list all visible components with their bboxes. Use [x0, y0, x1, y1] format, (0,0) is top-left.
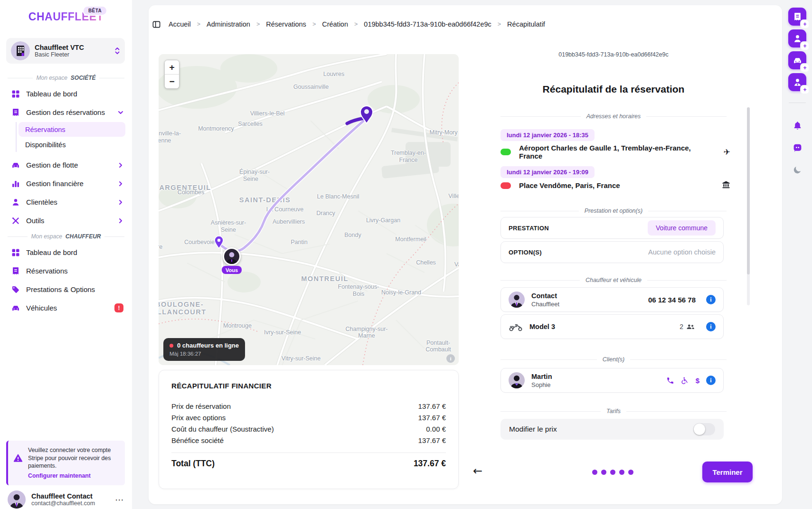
financial-total-label: Total (TTC): [171, 459, 215, 469]
map[interactable]: LouvresGoussainvilleVilliers-le-BelSarce…: [159, 54, 459, 365]
breadcrumb-item[interactable]: Accueil: [169, 20, 191, 28]
map-label: Villiers-le-Bel: [250, 110, 285, 117]
map-label: BOULOGNE-: [159, 301, 204, 308]
org-selector[interactable]: Chauffleet VTC Basic Fleeter: [6, 38, 125, 64]
map-label: Épinay-sur-: [239, 169, 270, 175]
dropoff-address: Place Vendôme, Paris, France: [519, 181, 714, 189]
chat-icon[interactable]: [790, 143, 804, 153]
map-attribution-icon[interactable]: i: [446, 354, 455, 363]
sidebar-item-prestations-options[interactable]: Prestations & Options: [0, 280, 132, 299]
sidebar-item-tableau-de-bord[interactable]: Tableau de bord: [0, 85, 132, 103]
financial-total-value: 137.67 €: [414, 459, 446, 469]
breadcrumb-item[interactable]: 019bb345-fdd3-713a-910b-ea0d66f42e9c: [364, 20, 491, 28]
map-tiles: [159, 54, 459, 365]
quick-add-vehicle-button[interactable]: +: [788, 51, 806, 69]
client-info-icon[interactable]: i: [706, 376, 716, 385]
finish-button[interactable]: Terminer: [702, 462, 753, 482]
divider-line: [99, 78, 124, 78]
call-client-icon[interactable]: [666, 377, 674, 385]
section-tarifs: Tarifs: [500, 408, 727, 415]
dark-mode-moon-icon[interactable]: [790, 165, 804, 175]
sidebar-item-tableau-de-bord[interactable]: Tableau de bord: [0, 243, 132, 262]
map-label: Champigny-sur-: [346, 326, 388, 332]
chevron-updown-icon: [114, 47, 120, 55]
section-prefix: Mon espace: [31, 233, 62, 240]
client-card: Martin Sophie $ i: [500, 368, 724, 393]
recap-scrollbar[interactable]: [747, 107, 750, 305]
ticket-icon: [11, 108, 20, 117]
sidebar-subitem-disponibilites[interactable]: Disponibilités: [19, 137, 125, 152]
you-marker-label: Vous: [222, 266, 242, 274]
section-label: CHAUFFEUR: [66, 233, 101, 240]
step-dot[interactable]: [610, 470, 615, 475]
prestation-value-chip[interactable]: Voiture commune: [648, 220, 716, 236]
map-label: Vaires: [454, 261, 459, 268]
quick-add-reservation-button[interactable]: +: [788, 8, 806, 26]
step-dot[interactable]: [592, 470, 597, 475]
breadcrumb-item[interactable]: Administration: [207, 20, 250, 28]
divider-line: [8, 78, 33, 78]
sidebar-item-vehicules[interactable]: Véhicules!: [0, 299, 132, 317]
map-label: Villeparisis: [448, 193, 459, 199]
breadcrumb-separator-icon: >: [354, 21, 358, 28]
quick-add-chauffeur-button[interactable]: +: [788, 29, 806, 47]
map-label: Montfermeil: [395, 236, 426, 243]
dashboard-icon: [11, 90, 20, 98]
zoom-out-button[interactable]: −: [165, 75, 179, 88]
map-label: Mitry-Mory: [429, 129, 457, 136]
map-label: Vitry-sur-Seine: [282, 355, 321, 362]
back-button[interactable]: ←: [473, 464, 482, 478]
chauffeur-info-icon[interactable]: i: [706, 295, 716, 304]
breadcrumb-item[interactable]: Récapitulatif: [507, 20, 545, 28]
step-dot[interactable]: [619, 470, 624, 475]
vehicle-name: Model 3: [529, 323, 555, 330]
sidebar-subitem-reservations[interactable]: Réservations: [19, 122, 125, 137]
map-label: Seine: [243, 176, 258, 182]
car-icon: [793, 56, 802, 65]
chevron-right-icon: [118, 199, 123, 205]
chart-icon: [11, 179, 20, 188]
breadcrumb-separator-icon: >: [197, 21, 200, 28]
sidebar-item-clienteles[interactable]: Clientèles: [0, 193, 132, 211]
financial-row-label: Bénéfice société: [171, 436, 224, 444]
map-label: Ivry-sur-Seine: [264, 329, 301, 336]
sidebar-toggle-icon[interactable]: [152, 20, 161, 29]
accessibility-icon[interactable]: [681, 377, 689, 385]
tools-icon: [11, 217, 20, 225]
dropoff-address-row: Place Vendôme, Paris, France: [500, 180, 730, 190]
pickup-dot-icon: [500, 149, 511, 155]
notifications-bell-icon[interactable]: [790, 121, 804, 131]
sidebar-item-gestion-financiere[interactable]: Gestion financière: [0, 174, 132, 193]
price-toggle[interactable]: [693, 423, 715, 435]
sidebar-section-heading: Mon espaceCHAUFFEUR: [0, 230, 132, 243]
map-label: France: [399, 157, 418, 163]
map-label: Livry-Gargan: [366, 217, 400, 224]
breadcrumb-item[interactable]: Création: [322, 20, 348, 28]
map-label: Asnières-sur-: [211, 219, 246, 226]
scrollbar-thumb[interactable]: [747, 107, 750, 274]
ticket-icon: [11, 267, 20, 275]
sidebar-item-label: Réservations: [26, 267, 123, 275]
step-dot[interactable]: [628, 470, 633, 475]
sidebar-item-outils[interactable]: Outils: [0, 211, 132, 230]
sidebar-item-reservations[interactable]: Réservations: [0, 262, 132, 280]
reservation-id: 019bb345-fdd3-713a-910b-ea0d66f42e9c: [495, 51, 732, 58]
sidebar-item-gestion-de-flotte[interactable]: Gestion de flotte: [0, 156, 132, 174]
divider-line: [104, 236, 124, 237]
map-label: Marne: [358, 332, 375, 339]
breadcrumb-item[interactable]: Réservations: [266, 20, 306, 28]
quick-add-client-button[interactable]: +: [788, 73, 806, 91]
configure-stripe-link[interactable]: Configurer maintenant: [28, 472, 91, 479]
beta-badge: BÊTA: [84, 7, 106, 15]
vehicle-info-icon[interactable]: i: [706, 322, 716, 331]
map-label: Louvres: [323, 71, 344, 77]
price-dollar-icon[interactable]: $: [696, 377, 699, 385]
chauffeur-name: Contact: [531, 292, 559, 300]
user-footer[interactable]: Chauffleet Contact contact@chauffleet.co…: [0, 489, 132, 509]
zoom-in-button[interactable]: +: [165, 60, 179, 74]
map-label: BILLANCOURT: [159, 308, 207, 316]
step-dot[interactable]: [601, 470, 606, 475]
sidebar-item-gestion-des-reservations[interactable]: Gestion des réservations: [0, 103, 132, 122]
user-menu-button[interactable]: ⋯: [115, 494, 124, 505]
chauffeur-company: Chauffleet: [531, 301, 559, 308]
